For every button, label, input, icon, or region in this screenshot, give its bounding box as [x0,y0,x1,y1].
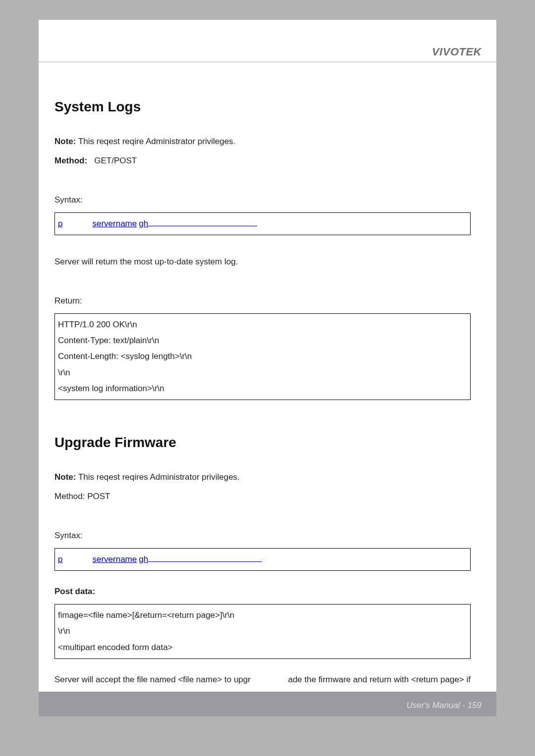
accept-line-1: Server will accept the file named <file … [54,673,471,687]
postdata-line: \r\n [58,623,466,639]
syntax-underline [148,218,257,226]
syntax-prefix-2: p [58,554,62,564]
syntax-link-1[interactable]: pservernamegh [58,219,257,228]
return-line: <system log information>\r\n [58,381,466,397]
heading-system-logs: System Logs [54,99,481,115]
return-line: Content-Length: <syslog length>\r\n [58,349,466,364]
postdata-label: Post data: [54,585,481,599]
syntax-label-2: Syntax: [54,529,481,543]
note-line-1: Note: This reqest reqire Administrator p… [54,135,481,149]
note-label: Note: [54,137,76,146]
footer-text: User's Manual - 159 [406,701,482,710]
syntax-prefix: p [58,219,62,228]
accept-right: ade the firmware and return with <return… [288,673,471,687]
return-box: HTTP/1.0 200 OK\r\n Content-Type: text/p… [54,313,471,400]
return-line: Content-Type: text/plain\r\n [58,333,466,349]
note-text-2: This reqest reqires Administrator privil… [78,472,240,482]
postdata-line: fimage=<file name>[&return=<return page>… [58,607,466,623]
syntax-link-2[interactable]: pservernamegh [58,554,262,564]
syntax-box-1: pservernamegh [54,212,471,235]
syntax-server: servername [92,219,137,228]
accept-left: Server will accept the file named <file … [54,673,251,687]
return-line: \r\n [58,365,466,381]
postdata-line: <multipart encoded form data> [58,640,466,655]
method-value: GET/POST [94,156,137,165]
brand-label: VIVOTEK [432,46,482,58]
method-line-2: Method: POST [54,490,481,504]
page-content: System Logs Note: This reqest reqire Adm… [54,99,481,711]
note-label-2: Note: [54,472,76,482]
syntax-underline-2 [148,554,262,562]
syntax-server-2: servername [92,554,137,564]
return-label: Return: [54,294,481,308]
header-bar: VIVOTEK [39,41,496,62]
syntax-label-1: Syntax: [54,193,481,207]
syntax-box-2: pservernamegh [54,548,471,571]
return-line: HTTP/1.0 200 OK\r\n [58,317,466,333]
method-line-1: Method: GET/POST [54,154,481,168]
heading-upgrade-firmware: Upgrade Firmware [54,435,481,451]
return-desc: Server will return the most up-to-date s… [54,255,481,269]
method-label: Method: [54,156,87,165]
syntax-suffix: gh [139,219,148,228]
postdata-box: fimage=<file name>[&return=<return page>… [54,604,471,659]
syntax-suffix-2: gh [139,554,148,564]
note-line-2: Note: This reqest reqires Administrator … [54,470,481,485]
footer-bar: User's Manual - 159 [39,692,496,716]
note-text: This reqest reqire Administrator privile… [78,137,235,146]
